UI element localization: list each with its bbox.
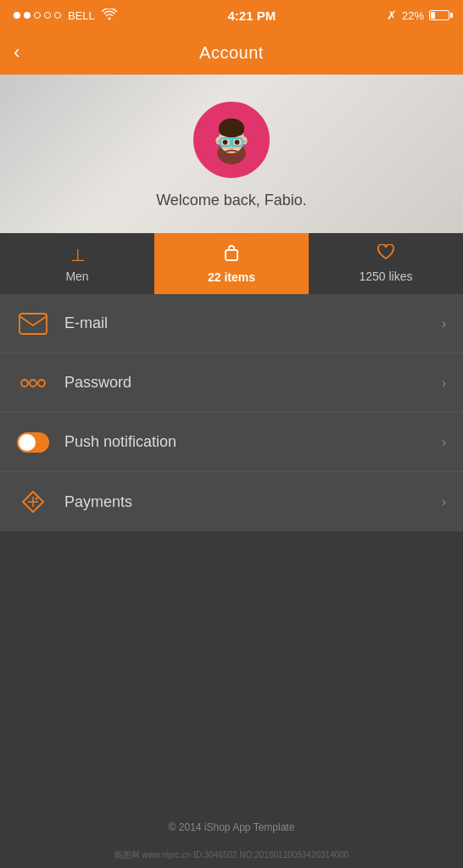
tab-men[interactable]: ⊥ Men <box>0 233 154 294</box>
svg-rect-4 <box>219 125 244 136</box>
wifi-icon <box>102 8 117 23</box>
tabs-bar: ⊥ Men 22 items 1250 likes <box>0 233 463 294</box>
bag-icon <box>222 243 241 266</box>
push-item[interactable]: Push notification › <box>0 413 463 472</box>
signal-dot-2 <box>24 12 31 19</box>
toggle-icon[interactable] <box>17 426 49 459</box>
avatar <box>193 102 270 178</box>
status-time: 4:21 PM <box>228 8 276 23</box>
page-title: Account <box>199 43 264 63</box>
svg-point-22 <box>36 498 38 500</box>
svg-line-11 <box>243 142 246 142</box>
svg-point-19 <box>38 380 45 387</box>
svg-point-18 <box>30 380 36 387</box>
tab-men-label: Men <box>65 270 88 283</box>
svg-rect-16 <box>20 314 47 334</box>
header: ‹ Account <box>0 31 463 75</box>
tab-likes[interactable]: 1250 likes <box>309 233 463 294</box>
menu-list: E-mail › Password › Push notification › <box>0 294 463 531</box>
svg-point-13 <box>235 140 240 145</box>
svg-point-12 <box>223 140 228 145</box>
watermark: 昵图网 www.nipic.cn ID:3046502 NO:201801100… <box>0 849 463 861</box>
payments-icon <box>17 486 49 518</box>
signal-dot-5 <box>54 12 61 19</box>
password-label: Password <box>64 374 442 392</box>
email-icon <box>17 308 49 340</box>
signal-dot-3 <box>34 12 41 19</box>
carrier-label: BELL <box>68 9 95 22</box>
tab-items-label: 22 items <box>208 270 255 284</box>
tab-items[interactable]: 22 items <box>154 233 309 294</box>
status-right: ✗ 22% <box>387 8 449 22</box>
signal-dot-4 <box>44 12 51 19</box>
push-label: Push notification <box>64 433 442 451</box>
status-bar: BELL 4:21 PM ✗ 22% <box>0 0 463 31</box>
bluetooth-icon: ✗ <box>387 8 397 22</box>
email-item[interactable]: E-mail › <box>0 294 463 353</box>
battery-icon <box>429 10 449 20</box>
payments-chevron: › <box>442 494 446 509</box>
svg-line-10 <box>217 142 220 142</box>
battery-percentage: 22% <box>402 9 424 22</box>
svg-point-14 <box>229 147 234 150</box>
payments-label: Payments <box>64 493 442 511</box>
password-item[interactable]: Password › <box>0 353 463 413</box>
back-button[interactable]: ‹ <box>14 43 20 62</box>
email-chevron: › <box>442 316 446 331</box>
tab-likes-label: 1250 likes <box>359 270 412 283</box>
password-icon <box>17 367 49 399</box>
copyright-text: © 2014 iShop App Template <box>169 821 295 833</box>
email-label: E-mail <box>64 314 442 332</box>
password-chevron: › <box>442 376 446 391</box>
welcome-message: Welcome back, Fabio. <box>156 192 307 209</box>
heart-icon <box>377 244 395 265</box>
svg-point-17 <box>21 380 28 387</box>
men-icon: ⊥ <box>70 245 85 265</box>
push-chevron: › <box>442 435 446 450</box>
profile-section: Welcome back, Fabio. <box>0 75 463 233</box>
svg-rect-15 <box>226 250 237 260</box>
signal-dot-1 <box>14 12 20 19</box>
footer: © 2014 iShop App Template <box>0 819 463 834</box>
payments-item[interactable]: Payments › <box>0 472 463 531</box>
status-left: BELL <box>14 8 117 23</box>
